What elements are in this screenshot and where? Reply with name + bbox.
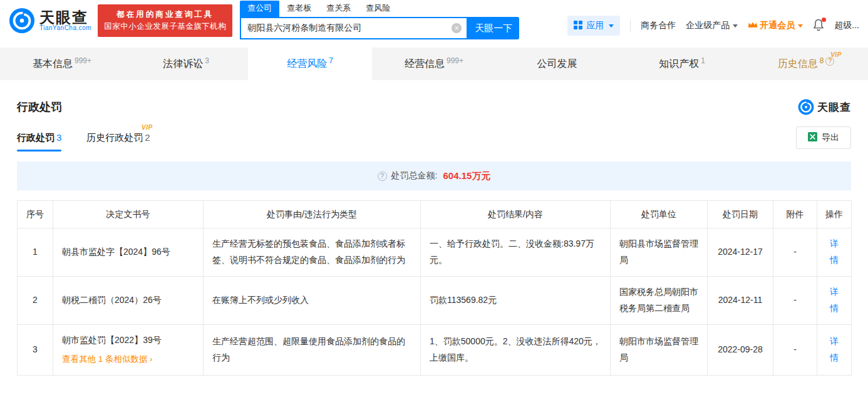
search-tab-relation[interactable]: 查关系 bbox=[319, 1, 358, 17]
summary-label: 处罚总金额: bbox=[391, 170, 438, 182]
chevron-down-icon bbox=[609, 24, 614, 28]
chevron-down-icon bbox=[733, 24, 738, 28]
cell-reason: 在账簿上不列或少列收入 bbox=[204, 276, 421, 324]
cell-unit: 国家税务总局朝阳市税务局第二稽查局 bbox=[611, 276, 708, 324]
cell-result: 一、给予行政处罚。二、没收金额:83.97万元。 bbox=[421, 228, 611, 277]
table-header-row: 序号 决定文书号 处罚事由/违法行为类型 处罚结果/内容 处罚单位 处罚日期 附… bbox=[18, 201, 852, 228]
cell-no: 2 bbox=[18, 276, 53, 324]
clear-search-icon[interactable]: × bbox=[452, 23, 462, 33]
tab-history-info[interactable]: VIP 历史信息 8 ? bbox=[744, 48, 868, 80]
cell-reason: 生产经营无标签的预包装食品、食品添加剂或者标签、说明书不符合规定的食品、食品添加… bbox=[204, 228, 421, 277]
tab-intellectual-property[interactable]: 知识产权 1 bbox=[620, 48, 744, 80]
detail-link[interactable]: 详情 bbox=[830, 287, 839, 313]
search-button[interactable]: 天眼一下 bbox=[468, 17, 519, 39]
tab-label: 基本信息 bbox=[33, 58, 73, 71]
tab-label: 知识产权 bbox=[659, 58, 699, 71]
col-header-result: 处罚结果/内容 bbox=[421, 201, 611, 228]
col-header-attachment: 附件 bbox=[773, 201, 817, 228]
subtab-history-admin-penalty[interactable]: VIP 历史行政处罚2 bbox=[86, 132, 150, 151]
top-header: 天眼查 TianYanCha.com 都在用的商业查询工具 国家中小企业发展子基… bbox=[0, 0, 868, 41]
search-tabs: 查公司 查老板 查关系 查风险 bbox=[240, 2, 519, 17]
tab-label: 经营风险 bbox=[287, 58, 327, 71]
table-row: 2 朝税二稽罚（2024）26号 在账簿上不列或少列收入 罚款113569.82… bbox=[18, 276, 852, 324]
tianyancha-logo-icon bbox=[9, 8, 35, 34]
search-tab-company[interactable]: 查公司 bbox=[240, 1, 279, 17]
cell-no: 3 bbox=[18, 324, 53, 376]
tab-label: 公司发展 bbox=[537, 58, 577, 71]
search-tab-risk[interactable]: 查风险 bbox=[358, 1, 398, 17]
logo-title: 天眼查 bbox=[39, 9, 91, 25]
tab-count: 999+ bbox=[447, 56, 463, 65]
grid-icon bbox=[574, 21, 582, 31]
cell-doc-no: 朝税二稽罚（2024）26号 bbox=[53, 276, 204, 324]
divider bbox=[630, 19, 631, 32]
detail-link[interactable]: 详情 bbox=[830, 238, 839, 265]
table-row: 1 朝县市监处字【2024】96号 生产经营无标签的预包装食品、食品添加剂或者标… bbox=[18, 228, 852, 277]
tab-legal-litigation[interactable]: 法律诉讼 3 bbox=[124, 48, 248, 80]
tab-company-development[interactable]: 公司发展 bbox=[496, 48, 620, 80]
cell-unit: 朝阳县市场监督管理局 bbox=[611, 228, 708, 277]
tab-count: 8 bbox=[820, 56, 824, 65]
promo-banner-line2: 国家中小企业发展子基金旗下机构 bbox=[104, 21, 226, 33]
col-header-unit: 处罚单位 bbox=[611, 201, 708, 228]
export-button[interactable]: 导出 bbox=[796, 126, 851, 149]
penalty-summary-bar: ? 处罚总金额: 604.15万元 bbox=[17, 162, 851, 190]
penalty-table: 序号 决定文书号 处罚事由/违法行为类型 处罚结果/内容 处罚单位 处罚日期 附… bbox=[17, 200, 852, 376]
header-actions: 应用 商务合作 企业级产品 开通会员 超级... bbox=[567, 6, 859, 36]
tab-basic-info[interactable]: 基本信息 999+ bbox=[0, 48, 124, 80]
open-vip-link[interactable]: 开通会员 bbox=[748, 20, 803, 31]
subtab-label: 行政处罚 bbox=[17, 132, 54, 143]
tab-label: 历史信息 bbox=[778, 58, 818, 71]
brand-watermark: 天眼查 bbox=[798, 99, 851, 115]
tab-operating-risk[interactable]: 经营风险 7 bbox=[248, 48, 372, 80]
detail-link[interactable]: 详情 bbox=[830, 336, 839, 362]
doc-no-text: 朝市监处罚【2022】39号 bbox=[62, 332, 194, 349]
promo-banner: 都在用的商业查询工具 国家中小企业发展子基金旗下机构 bbox=[98, 4, 232, 38]
user-menu[interactable]: 超级... bbox=[834, 20, 859, 31]
cell-result: 罚款113569.82元 bbox=[421, 276, 611, 324]
logo-subtitle: TianYanCha.com bbox=[39, 25, 91, 32]
apps-button[interactable]: 应用 bbox=[567, 16, 620, 36]
col-header-date: 处罚日期 bbox=[708, 201, 773, 228]
cell-date: 2024-12-11 bbox=[708, 276, 773, 324]
promo-banner-line1: 都在用的商业查询工具 bbox=[104, 9, 226, 21]
col-header-no: 序号 bbox=[18, 201, 53, 228]
search-area: 查公司 查老板 查关系 查风险 × 天眼一下 bbox=[240, 2, 519, 39]
cell-doc-no: 朝县市监处字【2024】96号 bbox=[53, 228, 204, 277]
open-vip-label: 开通会员 bbox=[760, 20, 795, 31]
search-input[interactable] bbox=[247, 23, 452, 33]
main-content: 行政处罚 天眼查 行政处罚3 VIP 历史行政处罚2 bbox=[0, 99, 868, 388]
enterprise-products-label: 企业级产品 bbox=[686, 20, 730, 31]
export-label: 导出 bbox=[822, 132, 839, 143]
tab-count: 999+ bbox=[75, 56, 91, 65]
question-icon[interactable]: ? bbox=[378, 172, 387, 181]
notification-dot bbox=[822, 18, 826, 22]
tab-operating-info[interactable]: 经营信息 999+ bbox=[372, 48, 496, 80]
cell-doc-no: 朝市监处罚【2022】39号 查看其他 1 条相似数据 › bbox=[53, 324, 204, 376]
help-icon[interactable]: ? bbox=[825, 57, 834, 66]
tab-label: 经营信息 bbox=[405, 58, 445, 71]
enterprise-products-link[interactable]: 企业级产品 bbox=[686, 20, 738, 31]
col-header-reason: 处罚事由/违法行为类型 bbox=[204, 201, 421, 228]
similar-data-link[interactable]: 查看其他 1 条相似数据 › bbox=[62, 352, 152, 367]
col-header-action: 操作 bbox=[817, 201, 852, 228]
search-tab-boss[interactable]: 查老板 bbox=[279, 1, 319, 17]
apps-label: 应用 bbox=[586, 20, 604, 31]
excel-icon bbox=[808, 132, 817, 143]
table-row: 3 朝市监处罚【2022】39号 查看其他 1 条相似数据 › 生产经营超范围、… bbox=[18, 324, 852, 376]
tianyancha-logo-icon bbox=[798, 99, 814, 115]
similar-data-label: 查看其他 1 条相似数据 bbox=[62, 354, 148, 364]
cell-reason: 生产经营超范围、超限量使用食品添加剂的食品的行为 bbox=[204, 324, 421, 376]
business-cooperation-link[interactable]: 商务合作 bbox=[641, 20, 676, 31]
tab-count: 3 bbox=[205, 56, 209, 65]
search-input-box: × bbox=[240, 17, 468, 39]
tab-count: 7 bbox=[329, 56, 333, 65]
col-header-doc-no: 决定文书号 bbox=[53, 201, 204, 228]
cell-date: 2024-12-17 bbox=[708, 228, 773, 277]
tianyancha-logo[interactable]: 天眼查 TianYanCha.com bbox=[9, 8, 91, 34]
notification-bell-icon[interactable] bbox=[813, 19, 824, 33]
cell-no: 1 bbox=[18, 228, 53, 277]
subtab-admin-penalty[interactable]: 行政处罚3 bbox=[17, 132, 61, 151]
crown-icon bbox=[748, 21, 758, 31]
vip-badge: VIP bbox=[142, 124, 153, 131]
